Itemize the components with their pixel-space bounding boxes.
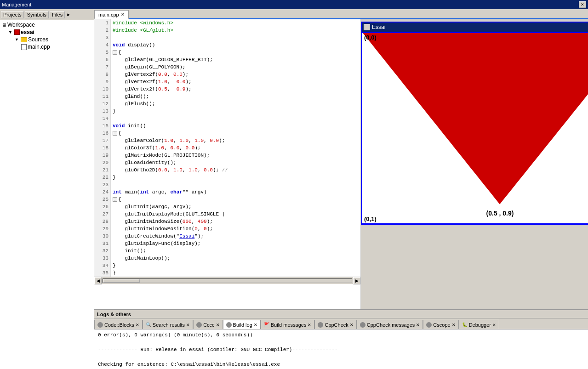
search-icon: 🔍 (146, 322, 151, 327)
log-tab-cppcheckmsg[interactable]: CppCheck messages ✕ (357, 320, 423, 329)
code-line-27: glutInitDisplayMode(GLUT_SINGLE | (113, 210, 360, 218)
log-tab-codeblocks[interactable]: Code::Blocks ✕ (94, 320, 143, 329)
log-line-3: ------------- Run: Release in essai (com… (98, 346, 584, 353)
cscope-icon (426, 322, 432, 328)
projects-tab[interactable]: Projects (1, 11, 24, 18)
code-line-31: glutDisplayFunc(display); (113, 240, 360, 247)
log-line-4 (98, 353, 584, 361)
code-line-32: init(); (113, 247, 360, 255)
cscope-close[interactable]: ✕ (452, 323, 456, 327)
log-tab-cccc[interactable]: Cccc ✕ (193, 320, 223, 329)
panel-arrow[interactable]: ▶ (66, 11, 71, 18)
code-line-25: -{ (113, 196, 360, 203)
line-num-10: 10 (94, 85, 108, 93)
code-content[interactable]: #include <windows.h> #include <GL/glut.h… (111, 19, 360, 277)
label-top-left: (0,0) (364, 34, 377, 41)
file-icon (21, 44, 27, 50)
code-line-30: glutCreateWindow("Essai"); (113, 233, 360, 240)
line-num-32: 32 (94, 247, 108, 255)
code-line-22: } (113, 174, 360, 181)
tab-close-icon[interactable]: ✕ (121, 12, 125, 17)
code-editor[interactable]: 1 2 3 4 5 6 7 8 9 10 11 12 13 14 (94, 19, 361, 309)
log-tab-search[interactable]: 🔍 Search results ✕ (143, 320, 193, 329)
line-num-5: 5 (94, 49, 108, 56)
line-num-21: 21 (94, 166, 108, 174)
line-num-35: 35 (94, 269, 108, 277)
close-button[interactable]: ✕ (579, 1, 586, 8)
codeblocks-close[interactable]: ✕ (136, 323, 139, 327)
title-bar: Management ✕ (0, 0, 588, 9)
label-bottom-left: (0,1) (364, 216, 377, 222)
code-line-2: #include <GL/glut.h> (113, 27, 360, 34)
scroll-bar-thumb[interactable] (103, 279, 140, 283)
fold-btn-25[interactable]: - (113, 197, 117, 202)
editor-tabs: main.cpp ✕ (94, 9, 588, 19)
sources-label: Sources (28, 36, 48, 43)
code-line-10: glVertex2f(0.5, 0.9); (113, 85, 360, 93)
search-close[interactable]: ✕ (186, 323, 190, 327)
scroll-left-btn[interactable]: ◀ (94, 277, 102, 284)
buildlog-close[interactable]: ✕ (254, 323, 257, 327)
line-num-7: 7 (94, 63, 108, 71)
code-line-18: glColor3f(1.0, 0.0, 0.0); (113, 144, 360, 152)
buildlog-label: Build log (233, 322, 252, 328)
line-numbers: 1 2 3 4 5 6 7 8 9 10 11 12 13 14 (94, 19, 111, 277)
fold-btn-16[interactable]: - (113, 131, 117, 136)
cppcheck-label: CppCheck (325, 322, 348, 328)
symbols-tab[interactable]: Symbols (25, 11, 49, 18)
log-tab-buildlog[interactable]: Build log ✕ (223, 320, 261, 329)
project-tree[interactable]: 🖥 Workspace ▼ essai ▼ Sources main.cpp (0, 20, 94, 369)
code-line-3 (113, 34, 360, 41)
code-line-16: -{ (113, 130, 360, 137)
title-bar-controls: ✕ (579, 1, 586, 8)
line-num-27: 27 (94, 210, 108, 218)
code-line-1: #include <windows.h> (113, 19, 360, 27)
line-num-13: 13 (94, 108, 108, 115)
editor-hscroll[interactable]: ◀ ▶ (94, 277, 360, 284)
line-num-12: 12 (94, 100, 108, 108)
code-line-4: void display() (113, 41, 360, 49)
log-tab-buildmsg[interactable]: 🚩 Build messages ✕ (261, 320, 315, 329)
buildmsg-close[interactable]: ✕ (308, 323, 311, 327)
logs-content[interactable]: 0 error(s), 0 warning(s) (0 minute(s), 0… (94, 329, 588, 369)
tree-item-sources[interactable]: ▼ Sources (14, 36, 93, 43)
fold-btn-5[interactable]: - (113, 50, 117, 55)
scroll-right-btn[interactable]: ▶ (353, 277, 360, 284)
code-line-23 (113, 181, 360, 188)
code-line-28: glutInitWindowSize(600, 400); (113, 218, 360, 225)
log-tab-debugger[interactable]: 🐛 Debugger ✕ (459, 320, 499, 329)
debugger-label: Debugger (469, 322, 491, 328)
files-tab[interactable]: Files (50, 11, 65, 18)
tree-item-essai[interactable]: ▼ essai (7, 28, 93, 36)
logs-tabs: Code::Blocks ✕ 🔍 Search results ✕ Cccc ✕… (94, 318, 588, 329)
tree-item-maincpp[interactable]: main.cpp (20, 43, 93, 51)
cccc-icon (196, 322, 202, 328)
tab-maincpp[interactable]: main.cpp ✕ (94, 10, 129, 19)
tree-item-workspace[interactable]: 🖥 Workspace (1, 21, 93, 28)
line-num-3: 3 (94, 34, 108, 41)
line-num-26: 26 (94, 203, 108, 210)
code-line-8: glVertex2f(0.0, 0.0); (113, 71, 360, 78)
code-line-24: int main(int argc, char** argv) (113, 188, 360, 196)
cppcheckmsg-close[interactable]: ✕ (416, 323, 420, 327)
workspace-label: Workspace (7, 22, 35, 28)
cccc-close[interactable]: ✕ (216, 323, 220, 327)
log-tab-cppcheck[interactable]: CppCheck ✕ (314, 320, 356, 329)
code-line-29: glutInitWindowPosition(0, 0); (113, 225, 360, 233)
debugger-close[interactable]: ✕ (492, 323, 496, 327)
cppcheck-close[interactable]: ✕ (350, 323, 354, 327)
search-label: Search results (153, 322, 185, 328)
editor-preview-area: 1 2 3 4 5 6 7 8 9 10 11 12 13 14 (94, 19, 588, 309)
line-num-30: 30 (94, 233, 108, 240)
cccc-label: Cccc (203, 322, 214, 328)
code-line-9: glVertex2f(1.0, 0.0); (113, 78, 360, 85)
line-num-15: 15 (94, 122, 108, 130)
log-tab-cscope[interactable]: Cscope ✕ (423, 320, 458, 329)
code-line-11: glEnd(); (113, 93, 360, 100)
panel-toolbar: Projects Symbols Files ▶ (0, 9, 94, 20)
code-line-26: glutInit(&argc, argv); (113, 203, 360, 210)
logs-header: Logs & others (94, 310, 588, 318)
file-label: main.cpp (28, 44, 50, 50)
line-num-33: 33 (94, 255, 108, 262)
line-num-18: 18 (94, 144, 108, 152)
